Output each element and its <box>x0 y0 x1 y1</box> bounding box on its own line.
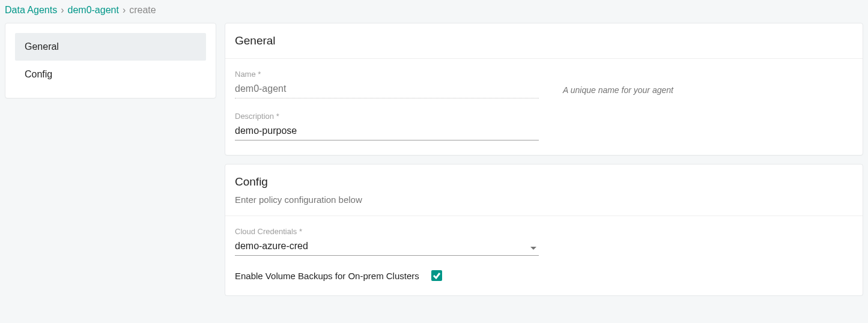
name-help-text: A unique name for your agent <box>563 85 673 98</box>
breadcrumb-link-agent[interactable]: dem0-agent <box>68 5 119 16</box>
check-icon <box>432 271 441 280</box>
sidebar-item-general[interactable]: General <box>15 33 206 61</box>
description-input[interactable] <box>235 123 539 140</box>
chevron-right-icon: › <box>123 5 126 16</box>
card-header: Config Enter policy configuration below <box>225 165 863 216</box>
sidebar: General Config <box>5 23 216 98</box>
card-title: General <box>235 34 853 47</box>
chevron-down-icon <box>530 247 536 250</box>
card-header: General <box>225 23 863 59</box>
enable-backups-label: Enable Volume Backups for On-prem Cluste… <box>235 271 419 281</box>
chevron-right-icon: › <box>61 5 64 16</box>
config-card: Config Enter policy configuration below … <box>225 164 863 296</box>
description-label: Description * <box>235 112 539 121</box>
breadcrumb-current: create <box>129 5 156 16</box>
name-label: Name * <box>235 70 539 79</box>
enable-backups-checkbox[interactable] <box>431 270 442 281</box>
card-title: Config <box>235 175 853 189</box>
cloud-credentials-select[interactable]: demo-azure-cred <box>235 238 539 256</box>
name-input <box>235 81 539 98</box>
sidebar-item-label: Config <box>25 69 52 79</box>
breadcrumb: Data Agents › dem0-agent › create <box>0 0 868 23</box>
sidebar-item-config[interactable]: Config <box>15 61 206 88</box>
card-subtitle: Enter policy configuration below <box>235 195 853 205</box>
breadcrumb-link-data-agents[interactable]: Data Agents <box>5 5 57 16</box>
select-value: demo-azure-cred <box>235 238 539 256</box>
cloud-credentials-label: Cloud Credentials * <box>235 227 539 236</box>
sidebar-item-label: General <box>25 41 59 52</box>
general-card: General Name * A unique name for your ag… <box>225 23 863 155</box>
